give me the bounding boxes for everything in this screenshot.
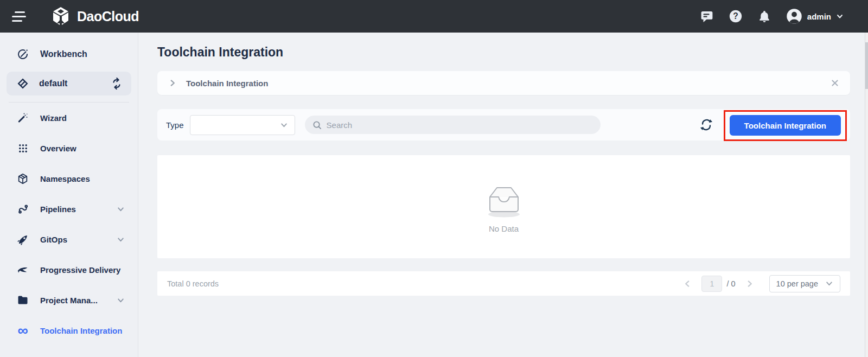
workbench-icon bbox=[16, 48, 29, 60]
brand-logo[interactable]: DaoCloud bbox=[50, 5, 139, 27]
chevron-down-icon bbox=[117, 235, 125, 244]
filter-toolbar: Type Toolchain Integration bbox=[157, 109, 850, 141]
sidebar-item-overview[interactable]: Overview bbox=[0, 133, 138, 163]
next-page-icon[interactable] bbox=[742, 279, 757, 288]
svg-text:?: ? bbox=[733, 11, 738, 21]
sidebar-item-label: Pipelines bbox=[40, 205, 117, 214]
search-icon bbox=[312, 120, 322, 130]
breadcrumb-tab-bar: Toolchain Integration bbox=[157, 71, 850, 95]
sidebar-item-label: Namespaces bbox=[40, 174, 125, 183]
prev-page-icon[interactable] bbox=[680, 279, 695, 288]
chevron-down-icon bbox=[117, 296, 125, 304]
search-input[interactable] bbox=[327, 120, 596, 130]
wand-icon bbox=[16, 112, 29, 123]
sidebar-item-label: Toolchain Integration bbox=[40, 326, 125, 335]
pagination-bar: Total 0 records / 0 10 per page bbox=[157, 271, 850, 296]
cube-icon bbox=[16, 173, 29, 184]
sidebar-item-default[interactable]: default bbox=[7, 72, 131, 95]
sidebar-item-toolchain-integration[interactable]: ∞ Toolchain Integration bbox=[0, 315, 138, 346]
user-menu[interactable]: admin bbox=[786, 8, 844, 24]
sidebar-item-pipelines[interactable]: Pipelines bbox=[0, 194, 138, 224]
page-number-input[interactable] bbox=[701, 276, 722, 292]
main-content: Toolchain Integration Toolchain Integrat… bbox=[138, 33, 868, 357]
results-panel: No Data bbox=[157, 155, 850, 258]
scrollbar[interactable] bbox=[865, 33, 868, 357]
sidebar-item-project-management[interactable]: Project Mana... bbox=[0, 285, 138, 315]
sidebar-item-namespaces[interactable]: Namespaces bbox=[0, 163, 138, 194]
page-size-select[interactable]: 10 per page bbox=[769, 275, 840, 292]
chevron-down-icon bbox=[836, 12, 844, 20]
type-filter-label: Type bbox=[166, 120, 184, 130]
infinity-icon: ∞ bbox=[16, 325, 29, 336]
empty-inbox-icon bbox=[478, 181, 530, 220]
chat-icon[interactable] bbox=[700, 9, 714, 23]
folder-icon bbox=[16, 295, 29, 305]
avatar bbox=[786, 8, 802, 24]
workspace-icon bbox=[16, 78, 29, 89]
breadcrumb: Toolchain Integration bbox=[186, 79, 268, 88]
chevron-down-icon bbox=[117, 205, 125, 213]
type-filter-select[interactable] bbox=[190, 115, 295, 135]
sidebar-item-label: Overview bbox=[40, 144, 125, 153]
page-size-value: 10 per page bbox=[776, 279, 818, 288]
switch-workspace-icon[interactable] bbox=[111, 78, 123, 90]
empty-state-message: No Data bbox=[489, 224, 519, 233]
sidebar-item-label: Project Mana... bbox=[40, 296, 117, 305]
annotation-highlight: Toolchain Integration bbox=[724, 110, 847, 141]
notifications-bell-icon[interactable] bbox=[757, 9, 771, 23]
grid-icon bbox=[16, 143, 29, 154]
help-icon[interactable]: ? bbox=[729, 9, 743, 23]
close-icon[interactable] bbox=[831, 79, 839, 87]
sidebar-item-wizard[interactable]: Wizard bbox=[0, 103, 138, 133]
toolchain-integration-button[interactable]: Toolchain Integration bbox=[730, 115, 841, 136]
sidebar-item-label: Wizard bbox=[40, 113, 125, 123]
search-box bbox=[305, 116, 601, 134]
chevron-right-icon bbox=[168, 79, 177, 87]
sidebar-item-label: Workbench bbox=[40, 49, 125, 59]
menu-toggle-icon[interactable] bbox=[12, 10, 27, 22]
sidebar: Workbench default bbox=[0, 33, 138, 357]
bird-icon bbox=[16, 264, 29, 275]
sidebar-item-progressive-delivery[interactable]: Progressive Delivery bbox=[0, 254, 138, 285]
sidebar-item-label: GitOps bbox=[40, 235, 117, 244]
scrollbar-thumb[interactable] bbox=[865, 42, 868, 89]
sidebar-item-label: Progressive Delivery bbox=[40, 265, 125, 275]
pipeline-icon bbox=[16, 203, 29, 215]
page-title: Toolchain Integration bbox=[157, 45, 283, 60]
sidebar-item-gitops[interactable]: GitOps bbox=[0, 224, 138, 254]
daocloud-logo-icon bbox=[50, 5, 72, 27]
user-name: admin bbox=[807, 12, 831, 21]
total-records: Total 0 records bbox=[167, 279, 219, 288]
rocket-icon bbox=[16, 234, 29, 245]
workspace-name: default bbox=[39, 79, 111, 88]
refresh-icon[interactable] bbox=[700, 118, 713, 131]
brand-name: DaoCloud bbox=[77, 9, 139, 24]
top-header: DaoCloud ? bbox=[0, 0, 868, 33]
page-count: / 0 bbox=[726, 279, 735, 288]
sidebar-item-workbench[interactable]: Workbench bbox=[0, 40, 138, 68]
